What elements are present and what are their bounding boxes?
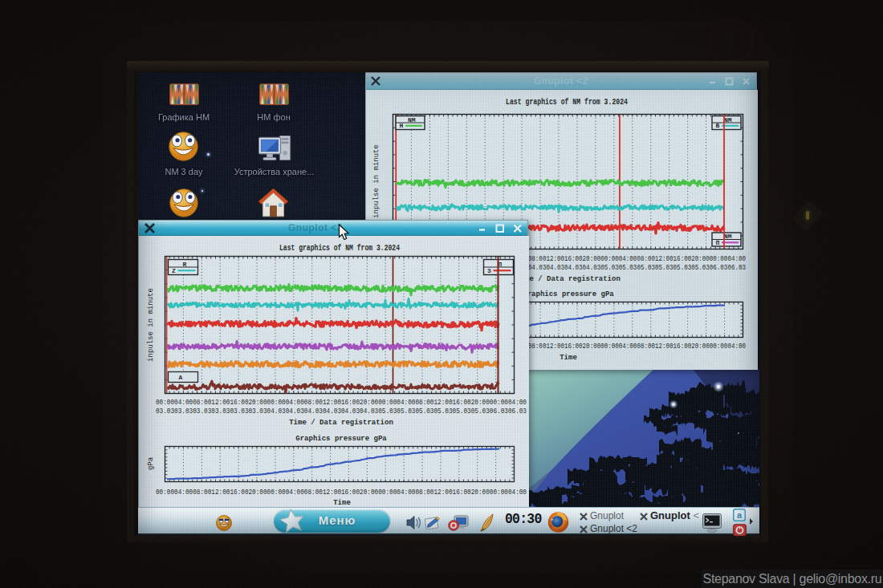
svg-text:Time / Data registration: Time / Data registration: [289, 419, 393, 427]
svg-text:00:0004:0008:0012:0016:0020:00: 00:0004:0008:0012:0016:0020:0000:0004:00…: [156, 399, 527, 407]
svg-text:inpulse in minute: inpulse in minute: [372, 144, 380, 218]
svg-text:Last graphics of NM from 3.202: Last graphics of NM from 3.2024: [279, 244, 400, 253]
svg-text:NM: NM: [724, 116, 732, 124]
svg-text:A: A: [179, 374, 183, 381]
svg-text:Last graphics of NM from 3.202: Last graphics of NM from 3.2024: [506, 98, 628, 107]
svg-text:gPa: gPa: [147, 456, 155, 470]
svg-text:a: a: [737, 510, 743, 520]
svg-text:Time / Data registration: Time / Data registration: [516, 275, 621, 283]
svg-text:Time: Time: [333, 499, 351, 507]
svg-text:00:0004:0008:0012:0016:0020:00: 00:0004:0008:0012:0016:0020:0000:0004:00…: [156, 489, 527, 497]
svg-text:R: R: [182, 261, 186, 268]
svg-text:Graphics pressure gPa: Graphics pressure gPa: [295, 435, 387, 443]
svg-text:NM: NM: [724, 233, 732, 240]
svg-text:H: H: [400, 122, 404, 129]
svg-text:Z: Z: [172, 267, 176, 274]
svg-text:B: B: [716, 122, 720, 129]
svg-text:3: 3: [487, 267, 491, 274]
svg-text:inpulse in minute: inpulse in minute: [147, 288, 155, 362]
svg-text:Time: Time: [560, 354, 577, 362]
svg-text:03.0303.0303.0303.0303.0303.03: 03.0303.0303.0303.0303.0303.0304.0304.03…: [156, 408, 527, 416]
svg-text:NM: NM: [408, 116, 416, 124]
svg-text:П: П: [716, 239, 720, 246]
svg-text:Graphics pressure gPa: Graphics pressure gPa: [523, 290, 614, 298]
